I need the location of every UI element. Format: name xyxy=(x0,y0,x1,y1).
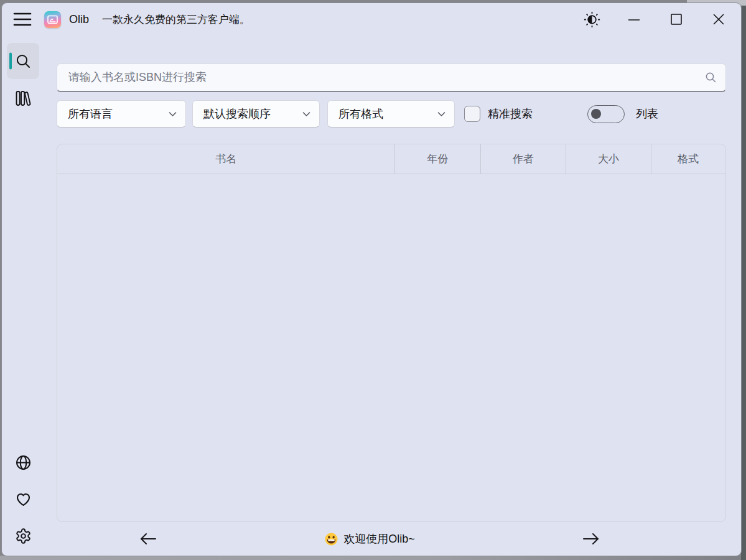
arrow-left-icon xyxy=(138,531,158,547)
column-header-format: 格式 xyxy=(651,144,725,174)
exact-search-group: 精准搜索 xyxy=(464,106,533,122)
welcome-message: 😀 欢迎使用Olib~ xyxy=(324,531,415,546)
grinning-emoji-icon xyxy=(324,532,338,546)
menu-icon xyxy=(13,11,32,27)
language-select-value: 所有语言 xyxy=(68,106,113,121)
theme-toggle-icon xyxy=(584,11,600,28)
selection-accent-bar xyxy=(9,53,12,70)
gear-icon xyxy=(15,528,32,544)
desktop-background-bottom xyxy=(0,556,741,560)
app-window: Olib 一款永久免费的第三方客户端。 xyxy=(1,2,742,556)
app-tagline: 一款永久免费的第三方客户端。 xyxy=(102,12,250,27)
table-body-empty xyxy=(57,174,725,521)
column-header-year: 年份 xyxy=(394,144,480,174)
desktop-background-right xyxy=(741,6,746,560)
filter-row: 所有语言 默认搜索顺序 所有格式 xyxy=(57,100,726,128)
column-header-size: 大小 xyxy=(566,144,650,174)
pagination-footer: 😀 欢迎使用Olib~ xyxy=(57,522,726,556)
menu-button[interactable] xyxy=(11,8,34,30)
library-icon xyxy=(14,90,32,107)
app-title: Olib xyxy=(69,13,89,26)
toggle-knob xyxy=(591,109,601,119)
sidebar-bottom xyxy=(8,447,38,552)
globe-icon xyxy=(15,454,32,471)
window-controls xyxy=(579,7,736,31)
minimize-button[interactable] xyxy=(622,7,646,31)
exact-search-label: 精准搜索 xyxy=(488,106,533,121)
chevron-down-icon xyxy=(169,111,177,117)
list-toggle-label: 列表 xyxy=(636,106,658,121)
chevron-down-icon xyxy=(302,111,310,117)
sidebar-item-search[interactable] xyxy=(7,43,39,79)
close-button[interactable] xyxy=(706,7,731,31)
main-content: 所有语言 默认搜索顺序 所有格式 xyxy=(44,35,741,556)
table-header-row: 书名 年份 作者 大小 格式 xyxy=(57,144,725,174)
format-select[interactable]: 所有格式 xyxy=(327,100,455,128)
welcome-text: 欢迎使用Olib~ xyxy=(343,531,415,546)
exact-search-checkbox[interactable] xyxy=(464,106,480,122)
chevron-down-icon xyxy=(437,111,445,117)
maximize-button[interactable] xyxy=(664,7,689,31)
sort-order-select-value: 默认搜索顺序 xyxy=(203,106,271,121)
language-select[interactable]: 所有语言 xyxy=(57,100,186,128)
minimize-icon xyxy=(627,12,641,27)
maximize-icon xyxy=(669,12,684,27)
column-header-title: 书名 xyxy=(57,144,394,174)
previous-page-button[interactable] xyxy=(136,528,161,550)
next-page-button[interactable] xyxy=(579,528,604,550)
theme-toggle-button[interactable] xyxy=(579,7,604,31)
sidebar-item-library[interactable] xyxy=(7,82,39,114)
list-toggle-group: 列表 xyxy=(587,105,658,123)
search-box xyxy=(57,63,726,92)
format-select-value: 所有格式 xyxy=(338,106,383,121)
results-table: 书名 年份 作者 大小 格式 xyxy=(57,144,726,522)
sidebar-item-favorites[interactable] xyxy=(8,484,38,514)
sidebar xyxy=(2,35,44,556)
heart-icon xyxy=(15,491,32,508)
list-view-toggle[interactable] xyxy=(587,105,625,123)
sidebar-item-web[interactable] xyxy=(8,447,38,477)
search-input[interactable] xyxy=(67,70,705,85)
search-input-icon xyxy=(705,72,717,83)
app-logo-icon xyxy=(44,11,61,28)
arrow-right-icon xyxy=(581,531,601,547)
close-icon xyxy=(711,12,726,27)
column-header-author: 作者 xyxy=(480,144,566,174)
sidebar-item-settings[interactable] xyxy=(8,521,38,551)
search-icon xyxy=(15,53,32,70)
sort-order-select[interactable]: 默认搜索顺序 xyxy=(192,100,320,128)
titlebar: Olib 一款永久免费的第三方客户端。 xyxy=(2,3,741,35)
